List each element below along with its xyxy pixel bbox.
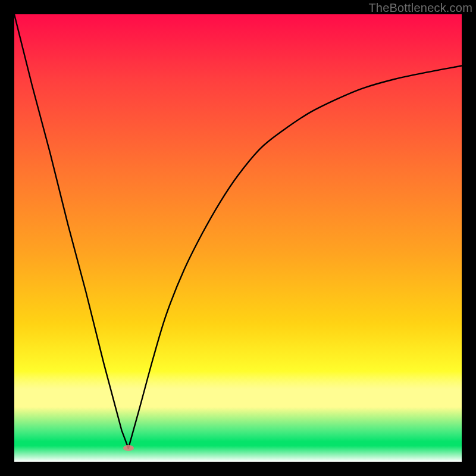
curve-left-branch — [14, 14, 129, 448]
watermark-text: TheBottleneck.com — [368, 1, 472, 15]
curve-right-branch — [129, 66, 462, 449]
minimum-marker — [123, 445, 134, 451]
plot-frame — [14, 14, 462, 462]
bottleneck-curve — [14, 14, 462, 462]
